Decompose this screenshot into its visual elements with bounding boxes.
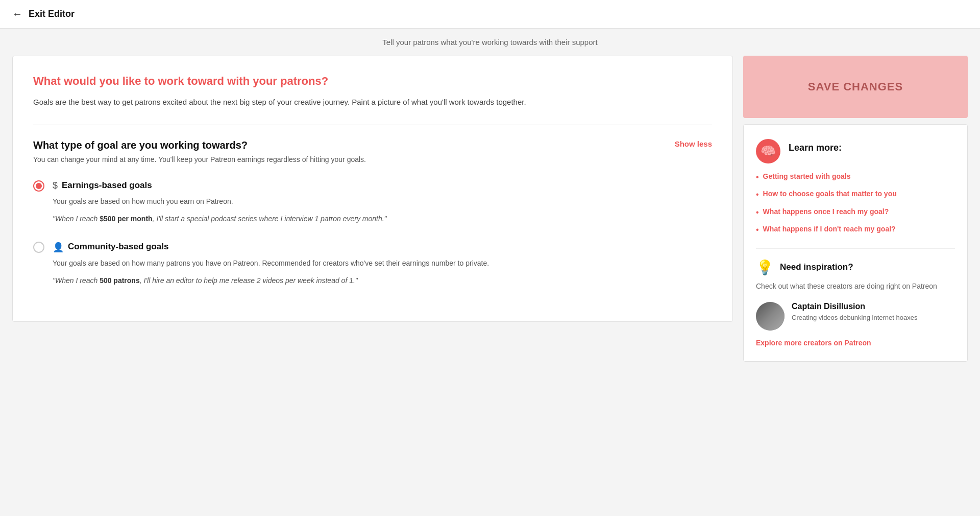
community-goal-label: Community-based goals: [68, 242, 168, 252]
show-less-button[interactable]: Show less: [675, 139, 712, 148]
learn-link-reach-goal[interactable]: What happens once I reach my goal?: [763, 207, 889, 217]
creator-description: Creating videos debunking internet hoaxe…: [792, 313, 917, 322]
back-arrow-icon[interactable]: ←: [12, 8, 22, 20]
learn-link-getting-started[interactable]: Getting started with goals: [763, 172, 851, 182]
top-bar: ← Exit Editor: [0, 0, 980, 29]
list-item: • Getting started with goals: [756, 172, 955, 183]
community-goal-example: "When I reach 500 patrons, I'll hire an …: [53, 275, 712, 286]
section-title: What would you like to work toward with …: [33, 75, 712, 88]
brain-icon: 🧠: [756, 139, 780, 163]
divider: [33, 125, 712, 125]
earnings-radio[interactable]: [33, 180, 44, 192]
earnings-goal-example: "When I reach $500 per month, I'll start…: [53, 213, 712, 224]
community-label-row: 👤 Community-based goals: [53, 241, 712, 253]
goal-type-header: What type of goal are you working toward…: [33, 139, 712, 151]
explore-creators-link[interactable]: Explore more creators on Patreon: [756, 339, 955, 347]
inspiration-header: 💡 Need inspiration?: [756, 259, 955, 276]
page-subtitle: Tell your patrons what you're working to…: [0, 29, 980, 56]
list-item: • What happens once I reach my goal?: [756, 207, 955, 218]
creator-name: Captain Disillusion: [792, 302, 917, 311]
learn-more-card: 🧠 Learn more: • Getting started with goa…: [743, 124, 968, 362]
earnings-goal-desc: Your goals are based on how much you ear…: [53, 196, 712, 207]
earnings-goal-option[interactable]: $ Earnings-based goals Your goals are ba…: [33, 179, 712, 224]
goal-type-subtitle: You can change your mind at any time. Yo…: [33, 154, 712, 165]
earnings-label-row: $ Earnings-based goals: [53, 179, 712, 191]
list-item: • How to choose goals that matter to you: [756, 189, 955, 200]
main-layout: What would you like to work toward with …: [0, 56, 980, 374]
avatar-image: [756, 302, 785, 331]
learn-more-links: • Getting started with goals • How to ch…: [756, 172, 955, 236]
learn-more-header: 🧠 Learn more:: [756, 139, 955, 163]
community-radio[interactable]: [33, 242, 44, 253]
right-panel: SAVE CHANGES 🧠 Learn more: • Getting sta…: [743, 56, 968, 362]
learn-link-dont-reach[interactable]: What happens if I don't reach my goal?: [763, 224, 896, 234]
list-item: • What happens if I don't reach my goal?: [756, 224, 955, 236]
earnings-goal-content: $ Earnings-based goals Your goals are ba…: [53, 179, 712, 224]
earnings-goal-label: Earnings-based goals: [62, 180, 152, 191]
bullet-icon: •: [756, 224, 759, 236]
inspiration-section: 💡 Need inspiration? Check out what these…: [756, 248, 955, 347]
bullet-icon: •: [756, 189, 759, 200]
learn-link-choose-goals[interactable]: How to choose goals that matter to you: [763, 189, 897, 199]
intro-text: Goals are the best way to get patrons ex…: [33, 96, 712, 108]
inspiration-desc: Check out what these creators are doing …: [756, 281, 955, 292]
left-panel: What would you like to work toward with …: [12, 56, 733, 322]
dollar-icon: $: [53, 180, 58, 191]
save-changes-button[interactable]: SAVE CHANGES: [743, 56, 968, 118]
creator-avatar: [756, 302, 785, 331]
creator-info: Captain Disillusion Creating videos debu…: [792, 302, 917, 322]
community-goal-content: 👤 Community-based goals Your goals are b…: [53, 241, 712, 286]
creator-card: Captain Disillusion Creating videos debu…: [756, 302, 955, 331]
learn-more-title: Learn more:: [789, 143, 842, 153]
people-icon: 👤: [53, 242, 64, 253]
goal-type-title: What type of goal are you working toward…: [33, 139, 248, 151]
community-goal-option[interactable]: 👤 Community-based goals Your goals are b…: [33, 241, 712, 286]
bullet-icon: •: [756, 207, 759, 218]
page-title: Exit Editor: [29, 9, 75, 19]
community-goal-desc: Your goals are based on how many patrons…: [53, 258, 712, 269]
lightbulb-icon: 💡: [756, 259, 774, 276]
inspiration-title: Need inspiration?: [780, 262, 853, 272]
bullet-icon: •: [756, 172, 759, 183]
